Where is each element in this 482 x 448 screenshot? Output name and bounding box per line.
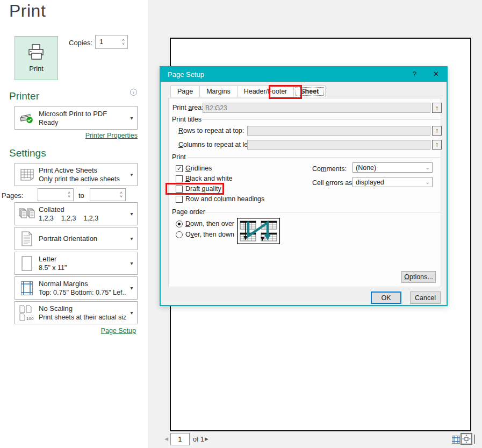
- cell-errors-dropdown[interactable]: displayed ⌄: [352, 177, 433, 187]
- collated-icon: [19, 208, 35, 221]
- printer-device-icon: [19, 111, 34, 124]
- ok-button[interactable]: OK: [371, 291, 401, 304]
- print-area-range-select-button[interactable]: ↑: [432, 103, 442, 113]
- help-icon[interactable]: ?: [413, 70, 416, 78]
- page-setup-link[interactable]: Page Setup: [101, 327, 136, 335]
- range-select-arrow-icon: ↑: [435, 127, 438, 134]
- row-column-headings-label: Row and column headings: [185, 195, 264, 203]
- show-margins-icon: [452, 436, 460, 444]
- no-scaling-icon: 100: [19, 305, 35, 321]
- print-settings-panel: Print Print Copies: ˄ ˅ Printer i: [0, 0, 147, 448]
- spinner-down-icon[interactable]: ˅: [120, 195, 123, 198]
- scaling-100-text: 100: [26, 316, 34, 321]
- copies-input[interactable]: ˄ ˅: [95, 35, 128, 49]
- caret-down-icon: ▾: [126, 211, 137, 217]
- print-area-label: Print area:: [172, 104, 204, 111]
- print-button-label: Print: [29, 65, 44, 73]
- collation-select[interactable]: Collated 1,2,3 1,2,3 1,2,3 ▾: [15, 202, 138, 225]
- print-button[interactable]: Print: [15, 36, 58, 80]
- range-select-arrow-icon: ↑: [435, 141, 438, 148]
- draft-quality-checkbox[interactable]: [176, 186, 183, 193]
- cancel-button[interactable]: Cancel: [410, 291, 441, 304]
- scaling-select[interactable]: 100 No Scaling Print sheets at their act…: [15, 301, 138, 324]
- pages-to-input[interactable]: ˄ ˅: [90, 188, 126, 201]
- sheet-tab-panel: Print area: B2:G23 ↑ Print titles Rows t…: [168, 98, 441, 287]
- cell-errors-value: displayed: [353, 179, 423, 186]
- pages-from-field[interactable]: [38, 189, 65, 201]
- rows-repeat-field[interactable]: [247, 126, 430, 136]
- page-count-label: of 1: [193, 436, 204, 443]
- margins-title: Normal Margins: [39, 280, 126, 288]
- printer-properties-link[interactable]: Printer Properties: [85, 132, 138, 139]
- show-margins-button[interactable]: [452, 436, 460, 444]
- tab-page[interactable]: Page: [170, 86, 200, 97]
- dialog-titlebar[interactable]: Page Setup: [161, 67, 447, 82]
- collation-title: Collated: [39, 205, 126, 214]
- margins-select[interactable]: Normal Margins Top: 0.75" Bottom: 0.75" …: [15, 276, 138, 300]
- rows-range-select-button[interactable]: ↑: [432, 126, 442, 136]
- pages-label: Pages:: [2, 191, 23, 200]
- columns-range-select-button[interactable]: ↑: [432, 140, 442, 150]
- gridlines-checkbox[interactable]: ✓: [176, 165, 183, 172]
- down-then-over-row: Down, then over: [176, 220, 234, 227]
- paper-size-select[interactable]: Letter 8.5" x 11" ▾: [15, 252, 138, 275]
- previous-page-icon[interactable]: ◀: [164, 436, 168, 442]
- gridlines-label: Gridlines: [185, 165, 212, 172]
- down-then-over-radio[interactable]: [176, 221, 183, 227]
- pages-to-label: to: [78, 191, 84, 200]
- paper-subtitle: 8.5" x 11": [39, 264, 126, 272]
- columns-repeat-field[interactable]: [247, 140, 430, 150]
- pages-from-input[interactable]: ˄ ˅: [38, 188, 74, 201]
- info-icon[interactable]: i: [130, 89, 137, 96]
- page-number-input[interactable]: [170, 433, 190, 445]
- over-then-down-radio[interactable]: [176, 231, 183, 238]
- next-page-icon[interactable]: ▶: [205, 436, 208, 442]
- spinner-down-icon[interactable]: ˅: [122, 42, 125, 46]
- chevron-down-icon: ⌄: [423, 179, 432, 186]
- caret-down-icon: ▾: [126, 310, 137, 316]
- print-area-field[interactable]: B2:G23: [203, 103, 430, 113]
- copies-value-field[interactable]: [96, 35, 119, 48]
- page-number-field[interactable]: [171, 433, 189, 445]
- close-icon[interactable]: ✕: [433, 70, 439, 78]
- excel-print-backstage: Print Print Copies: ˄ ˅ Printer i: [0, 0, 482, 448]
- rows-repeat-label: Rows to repeat at top:: [178, 127, 244, 134]
- caret-down-icon: ▾: [126, 260, 137, 266]
- print-what-select[interactable]: Print Active Sheets Only print the activ…: [15, 163, 138, 186]
- copies-stepper[interactable]: ˄ ˅: [119, 35, 127, 48]
- caret-down-icon: ▾: [126, 236, 137, 241]
- tab-margins[interactable]: Margins: [200, 86, 237, 97]
- options-button[interactable]: Options...: [401, 271, 436, 283]
- printer-icon: [26, 44, 47, 61]
- zoom-to-page-icon: [462, 435, 471, 443]
- tab-header-footer[interactable]: Header/Footer: [238, 86, 294, 97]
- orientation-select[interactable]: Portrait Orientation ▾: [15, 227, 138, 250]
- row-column-headings-checkbox-row: Row and column headings: [176, 195, 264, 203]
- scaling-subtitle: Print sheets at their actual size: [39, 314, 126, 321]
- active-sheets-icon: [20, 169, 34, 181]
- print-titles-group-label: Print titles: [172, 116, 202, 123]
- printer-select[interactable]: Microsoft Print to PDF Ready ▾: [15, 106, 138, 130]
- dialog-tabs: Page Margins Header/Footer Sheet: [170, 86, 326, 97]
- collation-subtitle: 1,2,3 1,2,3 1,2,3: [39, 215, 126, 222]
- tab-sheet[interactable]: Sheet: [294, 86, 326, 97]
- page-order-group-label: Page order: [172, 208, 205, 216]
- zoom-to-page-button[interactable]: [461, 433, 472, 445]
- page-title: Print: [9, 1, 46, 21]
- page-order-preview-image: [237, 218, 280, 244]
- group-divider: [202, 119, 441, 120]
- row-column-headings-checkbox[interactable]: [176, 196, 183, 203]
- paper-title: Letter: [39, 255, 126, 263]
- zoom-divider: [474, 435, 475, 444]
- caret-down-icon: ▾: [126, 285, 137, 291]
- settings-heading: Settings: [9, 147, 46, 159]
- down-then-over-label: Down, then over: [185, 220, 234, 227]
- spinner-down-icon[interactable]: ˅: [68, 195, 70, 198]
- caret-down-icon: ▾: [126, 115, 137, 121]
- pages-to-field[interactable]: [90, 189, 117, 201]
- draft-quality-label: Draft quality: [185, 185, 221, 193]
- comments-dropdown[interactable]: (None) ⌄: [352, 162, 433, 173]
- black-white-checkbox[interactable]: [176, 175, 183, 182]
- printer-name: Microsoft Print to PDF: [39, 110, 126, 118]
- draft-quality-checkbox-row: Draft quality: [176, 185, 221, 193]
